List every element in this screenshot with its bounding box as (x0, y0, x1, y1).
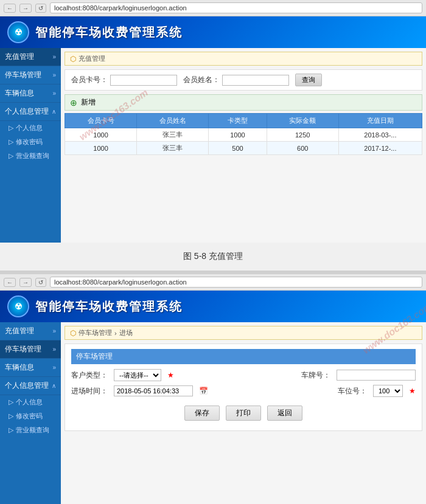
col-header-card-no-1: 会员卡号 (65, 114, 137, 128)
name-input-1[interactable] (222, 75, 289, 86)
table-row: 1000 张三丰 500 600 2017-12-... (65, 142, 422, 155)
required-marker-spot: ★ (409, 387, 416, 395)
sidebar-item-parking-1[interactable]: 停车场管理 » (0, 66, 61, 85)
breadcrumb-2: ⬡ 停车场管理 › 进场 (65, 326, 422, 340)
sidebar-label-personal-2: 个人信息管理 (5, 381, 49, 391)
sidebar-1: 充值管理 » 停车场管理 » 车辆信息 » 个人信息管理 ∧ ▷ 个人信息 (0, 48, 61, 243)
browser-chrome-1: ← → ↺ (0, 0, 426, 16)
col-header-name-1: 会员姓名 (137, 114, 209, 128)
form-title-2: 停车场管理 (71, 349, 416, 364)
main-layout-1: 充值管理 » 停车场管理 » 车辆信息 » 个人信息管理 ∧ ▷ 个人信息 (0, 48, 426, 243)
address-bar-2[interactable] (50, 277, 422, 288)
form-row-1: 客户类型： --请选择-- ★ 车牌号： (71, 369, 416, 381)
sidebar-item-personal-2[interactable]: 个人信息管理 ∧ (0, 377, 61, 395)
sidebar-item-personal-label-1: 个人信息管理 (5, 106, 49, 117)
sub-label-personal-info-1: 个人信息 (16, 123, 43, 133)
required-marker-type: ★ (167, 371, 174, 379)
breadcrumb-1: ⬡ 充值管理 (65, 52, 422, 66)
action-buttons-2: 保存 打印 返回 (71, 401, 416, 426)
print-button-2[interactable]: 打印 (226, 406, 261, 421)
breadcrumb-text-1: 充值管理 (79, 54, 105, 63)
entry-time-input[interactable] (114, 385, 193, 396)
section2-wrapper: ← → ↺ ☢ 智能停车场收费管理系统 充值管理 » 停车场管理 » (0, 274, 426, 504)
content-area-1: ⬡ 充值管理 会员卡号： 会员姓名： 查询 (61, 48, 426, 243)
table-row: 1000 张三丰 1000 1250 2018-03-... (65, 128, 422, 142)
sub-icon-pwd-2: ▷ (9, 412, 13, 420)
forward-button-2[interactable]: → (19, 278, 32, 287)
sidebar-2: 充值管理 » 停车场管理 » 车辆信息 » 个人信息管理 ∧ ▷ 个人信息 (0, 322, 61, 504)
app-title-1: 智能停车场收费管理系统 (35, 24, 183, 41)
sidebar-item-charge-1[interactable]: 充值管理 » (0, 48, 61, 66)
sidebar-item-vehicle-2[interactable]: 车辆信息 » (0, 359, 61, 377)
cell-name-0: 张三丰 (137, 128, 209, 142)
search-panel-1: 会员卡号： 会员姓名： 查询 (65, 69, 422, 91)
cell-type-0: 1000 (209, 128, 267, 142)
cell-name-1: 张三丰 (137, 142, 209, 155)
parking-spot-select[interactable]: 100 (373, 385, 403, 397)
table-header-row-1: 会员卡号 会员姓名 卡类型 实际金额 充值日期 (65, 114, 422, 128)
breadcrumb-part1: 进场 (119, 328, 133, 337)
search-field-card-1: 会员卡号： (71, 75, 177, 86)
cell-date-0: 2018-03-... (338, 128, 422, 142)
breadcrumb-sep: › (114, 330, 117, 337)
refresh-button-1[interactable]: ↺ (35, 4, 46, 13)
col-header-card-type-1: 卡类型 (209, 114, 267, 128)
sidebar-sub-change-pwd-1[interactable]: ▷ 修改密码 (0, 135, 61, 149)
sidebar-arrows-charge-2: » (52, 328, 56, 334)
sub-icon-revenue-1: ▷ (9, 152, 13, 160)
sidebar-label-vehicle-2: 车辆信息 (5, 362, 34, 373)
cell-date-1: 2017-12-... (338, 142, 422, 155)
search-button-1[interactable]: 查询 (295, 74, 322, 86)
customer-type-select[interactable]: --请选择-- (114, 369, 161, 381)
sub-icon-revenue-2: ▷ (9, 426, 13, 434)
sub-icon-1: ▷ (9, 124, 13, 132)
sidebar-item-vehicle-1[interactable]: 车辆信息 » (0, 85, 61, 103)
sidebar-item-parking-2[interactable]: 停车场管理 » (0, 340, 61, 359)
calendar-icon[interactable]: 📅 (199, 387, 208, 395)
app-title-2: 智能停车场收费管理系统 (35, 299, 183, 315)
name-label-1: 会员姓名： (183, 75, 220, 85)
sidebar-sub-revenue-1[interactable]: ▷ 营业额查询 (0, 149, 61, 163)
sub-label-personal-info-2: 个人信息 (16, 398, 43, 407)
sidebar-sub-change-pwd-2[interactable]: ▷ 修改密码 (0, 409, 61, 423)
table-head-1: 会员卡号 会员姓名 卡类型 实际金额 充值日期 (65, 114, 422, 128)
sidebar-arrows-parking-2: » (52, 346, 56, 353)
refresh-button-2[interactable]: ↺ (35, 278, 46, 287)
sidebar-item-personal-1[interactable]: 个人信息管理 ∧ (0, 103, 61, 121)
sidebar-sub-revenue-2[interactable]: ▷ 营业额查询 (0, 423, 61, 437)
address-bar-1[interactable] (50, 2, 422, 13)
sub-label-change-pwd-2: 修改密码 (16, 412, 43, 421)
save-button-2[interactable]: 保存 (184, 406, 220, 421)
sub-icon-personal-2: ▷ (9, 398, 13, 406)
app-header-1: ☢ 智能停车场收费管理系统 (0, 16, 426, 48)
sub-icon-pwd-1: ▷ (9, 138, 13, 146)
cell-amount-1: 600 (267, 142, 338, 155)
browser-chrome-2: ← → ↺ (0, 274, 426, 291)
sidebar-arrows-charge-1: » (52, 54, 56, 60)
cell-card-no-1: 1000 (65, 142, 137, 155)
car-no-input[interactable] (337, 370, 416, 381)
sidebar-arrows-personal-1: ∧ (52, 108, 56, 115)
search-field-name-1: 会员姓名： (183, 75, 289, 86)
entry-time-label: 进场时间： (71, 386, 108, 396)
cell-card-no-0: 1000 (65, 128, 137, 142)
form-row-2: 进场时间： 📅 车位号： 100 ★ (71, 385, 416, 397)
card-input-1[interactable] (110, 75, 177, 86)
back-button-2[interactable]: ← (4, 278, 16, 287)
sidebar-arrows-personal-2: ∧ (52, 382, 56, 389)
sidebar-label-charge-2: 充值管理 (5, 326, 34, 336)
sidebar-sub-personal-info-2[interactable]: ▷ 个人信息 (0, 395, 61, 409)
forward-button-1[interactable]: → (19, 4, 32, 13)
app-header-2: ☢ 智能停车场收费管理系统 (0, 291, 426, 322)
col-header-amount-1: 实际金额 (267, 114, 338, 128)
app-container-2: ☢ 智能停车场收费管理系统 充值管理 » 停车场管理 » 车辆信息 » (0, 291, 426, 504)
data-table-1: 会员卡号 会员姓名 卡类型 实际金额 充值日期 1000 张三丰 1000 12 (65, 113, 422, 155)
back-button-form-2[interactable]: 返回 (267, 406, 302, 421)
back-button-1[interactable]: ← (4, 4, 16, 13)
sidebar-label-parking-2: 停车场管理 (5, 344, 41, 354)
sidebar-sub-personal-info-1[interactable]: ▷ 个人信息 (0, 121, 61, 135)
main-layout-2: 充值管理 » 停车场管理 » 车辆信息 » 个人信息管理 ∧ ▷ 个人信息 (0, 322, 426, 504)
sidebar-item-charge-2[interactable]: 充值管理 » (0, 322, 61, 340)
app-logo-2: ☢ (7, 295, 29, 317)
app-logo-1: ☢ (7, 21, 29, 43)
